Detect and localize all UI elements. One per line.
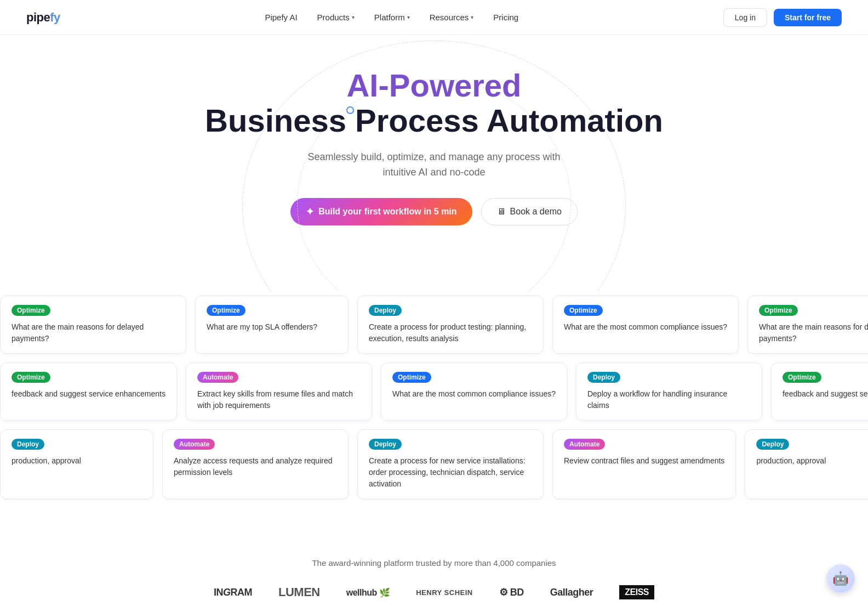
cards-row-2: Optimizefeedback and suggest service enh…	[0, 358, 868, 425]
card-text: production, approval	[756, 455, 868, 467]
list-item[interactable]: OptimizeWhat are the main reasons for de…	[747, 296, 868, 354]
nav-actions: Log in Start for free	[723, 8, 842, 27]
cards-row-3: Deployproduction, approvalAutomateAnalyz…	[0, 425, 868, 503]
status-badge: Optimize	[12, 305, 50, 316]
card-text: Extract key skills from resume files and…	[197, 388, 361, 411]
lumen-logo: LUMEN	[278, 585, 320, 599]
build-workflow-button[interactable]: ✦ Build your first workflow in 5 min	[290, 198, 472, 225]
sparkle-icon: ✦	[306, 206, 314, 218]
hero-section: AI-Powered Business Process Automation S…	[0, 35, 868, 291]
card-text: Analyze access requests and analyze requ…	[174, 455, 337, 478]
zeiss-logo: ZEISS	[619, 585, 654, 599]
list-item[interactable]: DeployDeploy a workflow for handling ins…	[576, 363, 762, 421]
status-badge: Deploy	[369, 305, 402, 316]
status-badge: Optimize	[392, 372, 431, 383]
logo[interactable]: pipefy	[26, 10, 60, 25]
card-text: What are the most common compliance issu…	[564, 321, 727, 333]
list-item[interactable]: OptimizeWhat are my top SLA offenders?	[195, 296, 349, 354]
trusted-section: The award-winning platform trusted by mo…	[0, 536, 868, 606]
list-item[interactable]: DeployCreate a process for product testi…	[357, 296, 544, 354]
nav-pricing[interactable]: Pricing	[486, 8, 526, 26]
card-text: Create a process for product testing: pl…	[369, 321, 532, 344]
card-text: What are the main reasons for delayed pa…	[12, 321, 175, 344]
list-item[interactable]: DeployCreate a process for new service i…	[357, 429, 544, 499]
ingram-logo: INGRAM	[214, 587, 252, 598]
card-text: What are the main reasons for delayed pa…	[759, 321, 868, 344]
status-badge: Optimize	[12, 372, 50, 383]
status-badge: Deploy	[756, 439, 789, 450]
chevron-down-icon: ▾	[407, 14, 410, 20]
list-item[interactable]: AutomateAnalyze access requests and anal…	[162, 429, 349, 499]
wellhub-logo: wellhub 🌿	[346, 587, 390, 598]
status-badge: Optimize	[564, 305, 603, 316]
logos-row: INGRAM LUMEN wellhub 🌿 HENRY SCHEIN ⚙ BD…	[26, 585, 842, 599]
bd-logo: ⚙ BD	[499, 586, 524, 598]
status-badge: Automate	[197, 372, 238, 383]
henry-schein-logo: HENRY SCHEIN	[416, 588, 473, 597]
hero-title-ai: AI-Powered	[11, 68, 857, 103]
navbar: pipefy Pipefy AI Products ▾ Platform ▾ R…	[0, 0, 868, 35]
hero-buttons: ✦ Build your first workflow in 5 min 🖥 B…	[11, 198, 857, 225]
status-badge: Automate	[174, 439, 215, 450]
list-item[interactable]: AutomateReview contract files and sugges…	[552, 429, 736, 499]
monitor-icon: 🖥	[497, 207, 506, 217]
card-text: feedback and suggest service enhancement…	[12, 388, 165, 400]
list-item[interactable]: Optimizefeedback and suggest service enh…	[771, 363, 868, 421]
hero-title-main: Business Process Automation	[11, 103, 857, 138]
status-badge: Optimize	[759, 305, 798, 316]
login-button[interactable]: Log in	[723, 8, 767, 27]
list-item[interactable]: OptimizeWhat are the most common complia…	[552, 296, 739, 354]
chatbot-button[interactable]: 🤖	[826, 564, 855, 593]
status-badge: Deploy	[587, 372, 620, 383]
card-text: Create a process for new service install…	[369, 455, 532, 490]
nav-platform[interactable]: Platform ▾	[367, 8, 418, 26]
status-badge: Optimize	[207, 305, 245, 316]
logo-text: pipefy	[26, 10, 60, 25]
chevron-down-icon: ▾	[471, 14, 473, 20]
list-item[interactable]: Deployproduction, approval	[0, 429, 153, 499]
hero-title: AI-Powered Business Process Automation	[11, 68, 857, 138]
list-item[interactable]: AutomateExtract key skills from resume f…	[186, 363, 372, 421]
card-text: What are my top SLA offenders?	[207, 321, 337, 333]
status-badge: Automate	[564, 439, 605, 450]
card-text: feedback and suggest service enhancement…	[783, 388, 868, 400]
list-item[interactable]: Optimizefeedback and suggest service enh…	[0, 363, 177, 421]
gallagher-logo: Gallagher	[550, 587, 593, 598]
start-free-button[interactable]: Start for free	[774, 9, 842, 26]
status-badge: Deploy	[12, 439, 44, 450]
card-text: Review contract files and suggest amendm…	[564, 455, 724, 467]
card-text: production, approval	[12, 455, 142, 467]
list-item[interactable]: OptimizeWhat are the most common complia…	[381, 363, 567, 421]
card-text: Deploy a workflow for handling insurance…	[587, 388, 751, 411]
list-item[interactable]: OptimizeWhat are the main reasons for de…	[0, 296, 186, 354]
nav-products[interactable]: Products ▾	[310, 8, 362, 26]
cards-row-1: OptimizeWhat are the main reasons for de…	[0, 291, 868, 358]
nav-links: Pipefy AI Products ▾ Platform ▾ Resource…	[257, 8, 526, 26]
nav-pipefy-ai[interactable]: Pipefy AI	[257, 8, 305, 26]
card-text: What are the most common compliance issu…	[392, 388, 556, 400]
chevron-down-icon: ▾	[352, 14, 355, 20]
nav-resources[interactable]: Resources ▾	[422, 8, 482, 26]
book-demo-button[interactable]: 🖥 Book a demo	[481, 198, 578, 225]
cards-section: OptimizeWhat are the main reasons for de…	[0, 291, 868, 536]
list-item[interactable]: Deployproduction, approval	[745, 429, 868, 499]
status-badge: Optimize	[783, 372, 821, 383]
trusted-title: The award-winning platform trusted by mo…	[26, 558, 842, 568]
status-badge: Deploy	[369, 439, 402, 450]
hero-subtitle: Seamlessly build, optimize, and manage a…	[11, 149, 857, 181]
